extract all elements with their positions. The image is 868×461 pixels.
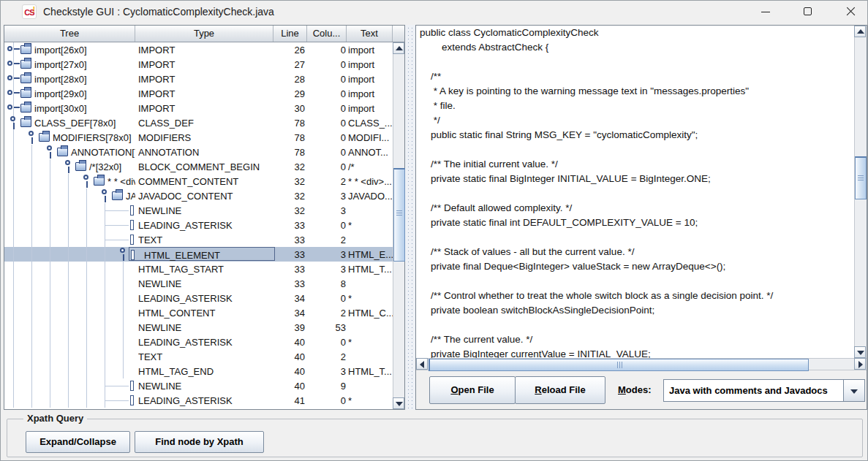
table-row[interactable]: LEADING_ASTERISK340* <box>4 291 393 305</box>
scroll-up-button[interactable] <box>854 26 866 37</box>
scroll-up-button[interactable] <box>393 42 404 54</box>
tree-expanded-handle-icon[interactable] <box>44 145 56 159</box>
table-row[interactable]: /*[32x0]BLOCK_COMMENT_BEGIN320/* <box>4 159 393 174</box>
cell-type: MODIFIERS <box>138 132 274 143</box>
tree-guide-line <box>13 305 14 320</box>
tree-collapsed-handle-icon[interactable] <box>7 57 20 72</box>
scroll-down-button[interactable] <box>854 346 866 358</box>
table-row[interactable]: JAVADOC_CONTENTJAVADOC_CONTENT323JAVADO.… <box>4 188 393 203</box>
scrollbar-thumb[interactable] <box>855 156 867 199</box>
cell-type: ANNOTATION <box>138 147 274 158</box>
column-header-line[interactable]: Line <box>273 26 307 42</box>
scrollbar-thumb[interactable] <box>393 168 405 262</box>
reload-file-button[interactable]: Reload File <box>515 376 605 404</box>
cell-column: 0 <box>307 103 347 114</box>
tree-cell <box>4 335 135 349</box>
table-row[interactable]: HTML_CONTENT342HTML_C... <box>4 305 393 320</box>
scroll-right-button[interactable] <box>854 358 866 370</box>
tree-expanded-handle-icon[interactable] <box>117 247 129 262</box>
tree-guide-line <box>13 364 14 378</box>
table-row[interactable]: MODIFIERS[78x0]MODIFIERS780MODIFI... <box>4 130 393 145</box>
split-pane-divider[interactable] <box>405 25 415 410</box>
table-row[interactable]: NEWLINE338 <box>4 276 393 291</box>
table-row[interactable]: HTML_TAG_END403HTML_T... <box>4 364 393 378</box>
cell-column: 0 <box>307 74 347 85</box>
tree-collapsed-handle-icon[interactable] <box>7 101 20 115</box>
tree-guide-line <box>68 305 69 320</box>
table-row[interactable]: HTML_ELEMENT333HTML_E... <box>4 247 393 262</box>
table-row[interactable]: TEXT332 <box>4 232 393 247</box>
tree-guide-line <box>50 364 50 378</box>
table-row[interactable]: NEWLINE3953 <box>4 320 393 335</box>
tree-guide-line <box>50 218 50 232</box>
tree-leaf-connector <box>105 400 129 401</box>
table-row[interactable]: LEADING_ASTERISK410* <box>4 393 393 408</box>
tree-guide-line <box>31 291 32 305</box>
minimize-button[interactable] <box>749 1 782 23</box>
scroll-down-button[interactable] <box>393 397 404 409</box>
code-horizontal-scrollbar[interactable] <box>416 358 867 370</box>
table-row[interactable]: import[26x0]IMPORT260import <box>4 42 393 57</box>
table-row[interactable]: import[27x0]IMPORT270import <box>4 57 393 72</box>
table-row[interactable]: import[30x0]IMPORT300import <box>4 101 393 115</box>
tree-guide-line <box>50 305 50 320</box>
tree-collapsed-handle-icon[interactable] <box>7 42 20 57</box>
tree-collapsed-handle-icon[interactable] <box>7 86 20 101</box>
table-row[interactable]: NEWLINE409 <box>4 378 393 393</box>
expand-collapse-button[interactable]: Expand/Collapse <box>26 431 130 453</box>
cell-type: IMPORT <box>138 74 274 85</box>
column-header-tree[interactable]: Tree <box>4 26 135 42</box>
scrollbar-thumb[interactable] <box>429 359 809 371</box>
column-header-type[interactable]: Type <box>135 26 273 42</box>
cell-text: * * <div>... <box>347 176 393 187</box>
tree-expanded-handle-icon[interactable] <box>26 130 38 145</box>
tree-cell: ANNOTATION[78x0] <box>4 145 135 159</box>
table-row[interactable]: LEADING_ASTERISK330* <box>4 218 393 232</box>
find-node-by-xpath-button[interactable]: Find node by Xpath <box>135 431 264 453</box>
tree-guide-line <box>50 203 50 218</box>
tree-guide-line <box>86 320 87 335</box>
column-header-text[interactable]: Text <box>347 26 393 42</box>
table-row[interactable]: ANNOTATION[78x0]ANNOTATION780ANNOT... <box>4 145 393 159</box>
tree-expanded-handle-icon[interactable] <box>62 159 75 174</box>
code-line: * file. <box>416 99 854 113</box>
table-row[interactable]: HTML_TAG_START333HTML_T... <box>4 262 393 276</box>
modes-combobox[interactable]: Java with comments and Javadocs <box>663 379 844 402</box>
folder-icon <box>20 104 31 113</box>
table-row[interactable]: TEXT402 <box>4 349 393 364</box>
tree-guide-line <box>13 393 14 408</box>
tree-guide-line <box>13 349 14 364</box>
code-line: public static final String MSG_KEY = "cy… <box>416 128 854 142</box>
tree-expanded-handle-icon[interactable] <box>99 188 111 203</box>
table-row[interactable]: NEWLINE323 <box>4 203 393 218</box>
open-file-button[interactable]: Open File <box>429 376 516 404</box>
tree-collapsed-handle-icon[interactable] <box>7 72 20 86</box>
modes-combobox-arrow-button[interactable] <box>843 379 865 402</box>
code-line: private static final int DEFAULT_COMPLEX… <box>416 216 854 230</box>
table-row[interactable]: import[28x0]IMPORT280import <box>4 72 393 86</box>
close-button[interactable] <box>834 1 867 23</box>
table-row[interactable]: LEADING_ASTERISK400* <box>4 335 393 349</box>
folder-icon <box>39 133 50 142</box>
maximize-button[interactable] <box>791 1 825 23</box>
close-icon <box>846 7 855 16</box>
tree-guide-line <box>13 145 14 159</box>
tree-expanded-handle-icon[interactable] <box>80 174 93 188</box>
code-vertical-scrollbar[interactable] <box>854 26 867 358</box>
tree-expanded-handle-icon[interactable] <box>7 115 20 130</box>
scroll-left-button[interactable] <box>416 358 428 370</box>
folder-icon <box>112 191 123 200</box>
tree-cell <box>4 203 135 218</box>
table-row[interactable]: * * <div>...COMMENT_CONTENT322* * <div>.… <box>4 174 393 188</box>
code-line: private static final BigInteger INITIAL_… <box>416 172 854 186</box>
table-vertical-scrollbar[interactable] <box>393 42 404 409</box>
title-bar: CS ! Checkstyle GUI : CyclomaticComplexi… <box>1 1 867 23</box>
column-header-column[interactable]: Colu... <box>307 26 347 42</box>
table-row[interactable]: CLASS_DEF[78x0]CLASS_DEF780CLASS_... <box>4 115 393 130</box>
tree-guide-line <box>50 188 50 203</box>
cell-type: JAVADOC_CONTENT <box>138 191 274 202</box>
minimize-icon <box>761 12 770 12</box>
source-code-view[interactable]: public class CyclomaticComplexityCheck e… <box>416 26 854 358</box>
table-row[interactable]: import[29x0]IMPORT290import <box>4 86 393 101</box>
tree-cell: import[26x0] <box>4 42 135 57</box>
